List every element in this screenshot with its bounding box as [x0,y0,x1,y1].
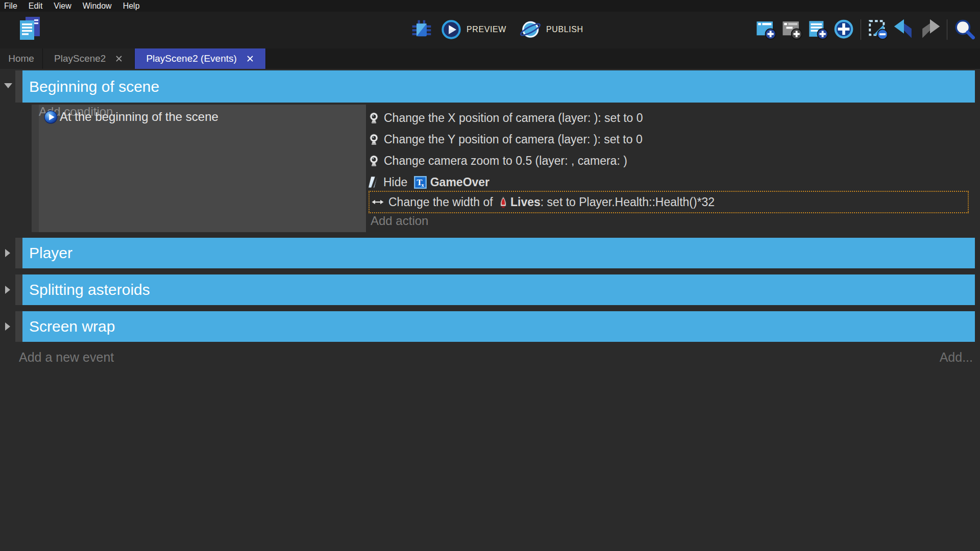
action-row[interactable]: Change the Y position of camera (layer: … [369,129,969,149]
action-expression: Player.Health::Health()*32 [576,195,715,209]
debug-icon [411,19,432,40]
action-keyword: set to [604,133,632,146]
event-group-splitting-asteroids: Splitting asteroids [0,274,980,305]
tab-home[interactable]: Home [0,48,43,69]
group-bar[interactable]: Screen wrap [22,311,975,342]
action-keyword: set to [547,195,576,209]
action-text: Change the width of [388,195,496,209]
drag-handle[interactable] [15,238,22,268]
event-group-player: Player [0,238,980,268]
hide-icon [369,176,379,188]
publish-globe-icon [520,19,541,40]
action-row[interactable]: Change the X position of camera (layer: … [369,108,969,128]
action-row[interactable]: Change camera zoom to 0.5 (layer: , came… [369,151,969,171]
menu-help[interactable]: Help [117,0,145,12]
menu-view[interactable]: View [48,0,77,12]
action-text: : [541,195,547,209]
remove-selection-button[interactable] [867,18,889,41]
add-new-event[interactable]: Add a new event [19,350,114,365]
action-text: Change the Y position of camera (layer: … [384,133,604,146]
app-logo-icon [17,15,42,43]
add-sub-event-icon [781,18,802,42]
toolbar-separator [861,19,861,40]
drag-handle[interactable] [32,105,39,232]
debug-button[interactable] [411,19,432,40]
close-icon[interactable] [246,55,254,63]
menu-bar: File Edit View Window Help [0,0,980,12]
lives-object-icon [498,196,508,209]
gdevelop-window: File Edit View Window Help [0,0,980,551]
add-comment-icon [807,18,828,42]
menu-window[interactable]: Window [77,0,117,12]
event-group-screen-wrap: Screen wrap [0,311,980,342]
drag-handle[interactable] [15,274,22,305]
undo-button[interactable] [893,18,915,41]
drag-handle[interactable] [15,311,22,342]
remove-selection-icon [867,18,889,42]
search-button[interactable] [953,18,975,41]
redo-button[interactable] [919,18,941,41]
toolbar: PREVIEW PUBLISH [0,12,980,48]
action-object: Lives [510,195,541,209]
menu-file[interactable]: File [4,0,23,12]
toolbar-separator [947,19,947,40]
tab-label: PlayScene2 [54,53,106,64]
publish-label: PUBLISH [546,25,583,34]
action-value: 0 [633,133,643,146]
tab-label: Home [8,53,34,64]
group-bar[interactable]: Beginning of scene [22,70,975,103]
action-text: Change camera zoom to [384,154,516,168]
group-title: Beginning of scene [22,70,975,103]
tab-bar: Home PlayScene2 PlayScene2 (Events) [0,48,980,69]
action-value: 0 [633,111,643,125]
text-object-icon: T x [414,176,427,189]
event-block: At the beginning of the scene Add condit… [0,105,980,232]
group-title: Splitting asteroids [22,274,975,305]
svg-text:x: x [421,182,424,187]
add-comment-button[interactable] [807,18,828,41]
group-bar[interactable]: Splitting asteroids [22,274,975,305]
expand-arrow-icon[interactable] [5,286,10,294]
add-event-button[interactable] [755,18,776,41]
actions-panel: Change the X position of camera (layer: … [369,105,969,232]
add-more[interactable]: Add... [940,350,973,365]
tab-playscene2-events[interactable]: PlayScene2 (Events) [135,48,265,69]
collapse-arrow-icon[interactable] [4,83,12,88]
undo-icon [893,18,915,42]
publish-button[interactable]: PUBLISH [520,19,583,40]
group-title: Screen wrap [22,311,975,342]
group-title: Player [22,238,975,268]
action-text: (layer: , camera: ) [532,154,627,168]
camera-icon [369,112,379,124]
expand-arrow-icon[interactable] [5,249,10,257]
action-text: Change the X position of camera (layer: … [384,111,604,125]
add-circle-icon [833,18,854,42]
action-row-selected[interactable]: Change the width of Lives: set to Player… [369,191,969,213]
condition-row[interactable]: At the beginning of the scene [44,110,218,124]
preview-button[interactable]: PREVIEW [441,19,506,40]
add-action[interactable]: Add action [371,214,428,228]
group-bar[interactable]: Player [22,238,975,268]
width-arrow-icon [372,198,384,206]
add-event-icon [755,18,776,42]
toolbar-center: PREVIEW PUBLISH [411,18,583,41]
camera-icon [369,133,379,145]
action-text: Hide [383,176,411,189]
add-sub-event-button[interactable] [781,18,802,41]
tab-playscene2[interactable]: PlayScene2 [43,48,135,69]
action-row[interactable]: Hide T x GameOver [369,172,969,192]
event-group-beginning: Beginning of scene [0,70,980,103]
expand-arrow-icon[interactable] [5,322,10,331]
condition-text: At the beginning of the scene [60,110,218,124]
drag-handle[interactable] [15,70,22,103]
close-icon[interactable] [115,55,123,63]
preview-label: PREVIEW [467,25,506,34]
add-other-button[interactable] [833,18,854,41]
action-value: 0.5 [516,154,532,168]
action-object: GameOver [430,176,489,189]
search-icon [953,18,975,42]
conditions-panel: At the beginning of the scene Add condit… [39,105,366,232]
camera-icon [369,155,379,167]
action-keyword: set to [604,111,633,125]
menu-edit[interactable]: Edit [23,0,48,12]
